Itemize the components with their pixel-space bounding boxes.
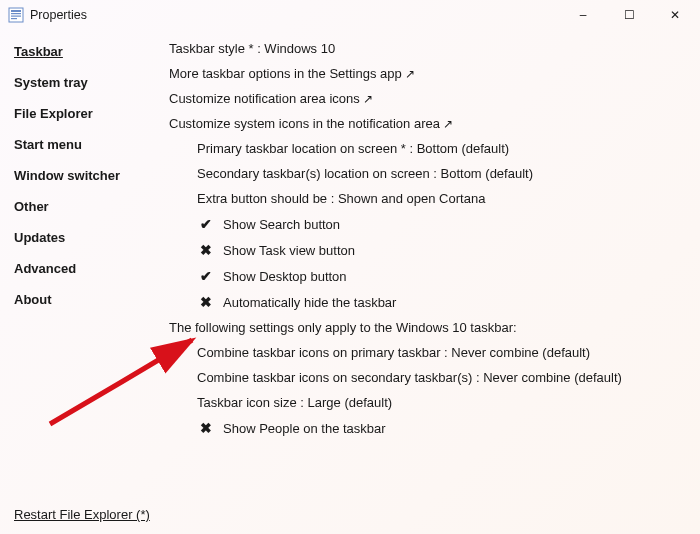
cross-icon: ✖ <box>197 420 215 436</box>
setting-row[interactable]: Combine taskbar icons on primary taskbar… <box>169 340 690 365</box>
setting-row[interactable]: ✖Show Task view button <box>169 237 690 263</box>
sidebar-item-advanced[interactable]: Advanced <box>14 253 155 284</box>
sidebar-item-window-switcher[interactable]: Window switcher <box>14 160 155 191</box>
sidebar-item-file-explorer[interactable]: File Explorer <box>14 98 155 129</box>
setting-row[interactable]: Taskbar icon size : Large (default) <box>169 390 690 415</box>
restart-explorer-link[interactable]: Restart File Explorer (*) <box>14 507 150 522</box>
setting-label: Secondary taskbar(s) location on screen … <box>197 166 533 181</box>
sidebar-item-taskbar[interactable]: Taskbar <box>14 36 155 67</box>
content-area: TaskbarSystem trayFile ExplorerStart men… <box>0 30 700 441</box>
sidebar-item-about[interactable]: About <box>14 284 155 315</box>
sidebar-item-system-tray[interactable]: System tray <box>14 67 155 98</box>
external-link-icon: ↗ <box>363 92 373 106</box>
sidebar-item-updates[interactable]: Updates <box>14 222 155 253</box>
setting-row[interactable]: More taskbar options in the Settings app… <box>169 61 690 86</box>
setting-row[interactable]: Customize system icons in the notificati… <box>169 111 690 136</box>
window-controls: – ☐ ✕ <box>560 0 698 30</box>
maximize-button[interactable]: ☐ <box>606 0 652 30</box>
setting-label: Taskbar style * : Windows 10 <box>169 41 335 56</box>
check-icon: ✔ <box>197 216 215 232</box>
app-icon <box>8 7 24 23</box>
setting-label: Primary taskbar location on screen * : B… <box>197 141 509 156</box>
svg-rect-3 <box>11 16 21 17</box>
setting-row[interactable]: Primary taskbar location on screen * : B… <box>169 136 690 161</box>
setting-row[interactable]: Taskbar style * : Windows 10 <box>169 36 690 61</box>
sidebar-item-start-menu[interactable]: Start menu <box>14 129 155 160</box>
setting-row[interactable]: Customize notification area icons↗ <box>169 86 690 111</box>
setting-label: Automatically hide the taskbar <box>223 295 396 310</box>
titlebar: Properties – ☐ ✕ <box>0 0 700 30</box>
check-icon: ✔ <box>197 268 215 284</box>
svg-rect-1 <box>11 10 21 12</box>
setting-row[interactable]: ✔Show Desktop button <box>169 263 690 289</box>
setting-row[interactable]: Combine taskbar icons on secondary taskb… <box>169 365 690 390</box>
setting-label: Taskbar icon size : Large (default) <box>197 395 392 410</box>
external-link-icon: ↗ <box>405 67 415 81</box>
sidebar: TaskbarSystem trayFile ExplorerStart men… <box>0 36 155 441</box>
setting-label: Customize system icons in the notificati… <box>169 116 440 131</box>
cross-icon: ✖ <box>197 242 215 258</box>
setting-row[interactable]: Extra button should be : Shown and open … <box>169 186 690 211</box>
setting-label: Show Search button <box>223 217 340 232</box>
setting-row[interactable]: The following settings only apply to the… <box>169 315 690 340</box>
setting-row[interactable]: ✖Automatically hide the taskbar <box>169 289 690 315</box>
setting-label: Show Desktop button <box>223 269 347 284</box>
setting-row[interactable]: ✔Show Search button <box>169 211 690 237</box>
setting-label: Combine taskbar icons on secondary taskb… <box>197 370 622 385</box>
setting-label: Show People on the taskbar <box>223 421 386 436</box>
minimize-button[interactable]: – <box>560 0 606 30</box>
svg-rect-4 <box>11 18 17 19</box>
setting-label: More taskbar options in the Settings app <box>169 66 402 81</box>
svg-rect-2 <box>11 13 21 14</box>
setting-label: Show Task view button <box>223 243 355 258</box>
setting-label: Customize notification area icons <box>169 91 360 106</box>
cross-icon: ✖ <box>197 294 215 310</box>
external-link-icon: ↗ <box>443 117 453 131</box>
sidebar-item-other[interactable]: Other <box>14 191 155 222</box>
setting-label: The following settings only apply to the… <box>169 320 517 335</box>
setting-label: Extra button should be : Shown and open … <box>197 191 485 206</box>
setting-row[interactable]: Secondary taskbar(s) location on screen … <box>169 161 690 186</box>
setting-row[interactable]: ✖Show People on the taskbar <box>169 415 690 441</box>
setting-label: Combine taskbar icons on primary taskbar… <box>197 345 590 360</box>
close-button[interactable]: ✕ <box>652 0 698 30</box>
main-panel: Taskbar style * : Windows 10More taskbar… <box>155 36 700 441</box>
window-title: Properties <box>30 8 560 22</box>
